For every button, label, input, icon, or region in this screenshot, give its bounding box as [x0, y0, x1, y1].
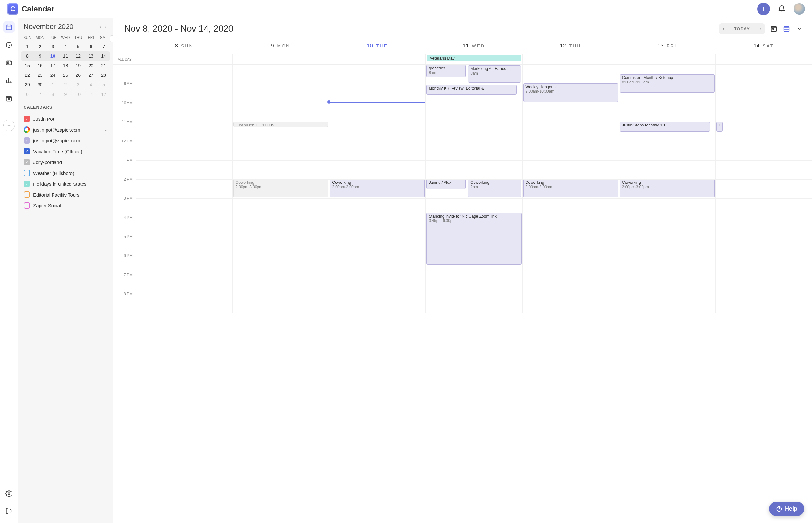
mini-day[interactable]: 14 [97, 51, 110, 61]
mini-day[interactable]: 27 [85, 70, 97, 80]
sidebar-collapse-button[interactable]: ‹ [110, 35, 113, 42]
day-header[interactable]: 11 WED [425, 38, 522, 54]
day-column[interactable] [136, 65, 232, 313]
next-week-button[interactable]: › [756, 23, 765, 34]
calendar-event[interactable]: Coworking2:00pm-3:00pm [523, 179, 618, 197]
calendar-event[interactable]: Weekly Hangouts9:00am-10:00am [523, 84, 618, 102]
create-event-button[interactable] [757, 3, 770, 15]
rail-analytics[interactable] [3, 75, 15, 86]
mini-day[interactable]: 6 [21, 90, 34, 99]
calendar-item[interactable]: ✓Vacation Time (Official) [23, 146, 107, 157]
notifications-button[interactable] [777, 4, 787, 14]
day-header[interactable]: 9 MON [232, 38, 329, 54]
mini-day[interactable]: 3 [47, 42, 59, 51]
day-header[interactable]: 12 THU [522, 38, 619, 54]
mini-day[interactable]: 18 [59, 61, 72, 70]
mini-day[interactable]: 8 [21, 51, 34, 61]
mini-day[interactable]: 28 [97, 70, 110, 80]
mini-day[interactable]: 22 [21, 70, 34, 80]
calendar-event[interactable]: Justin/Deb 1:1 11:00a [233, 122, 328, 127]
calendar-item[interactable]: ✓#city-portland [23, 157, 107, 167]
calendar-event[interactable]: groceries8am [426, 65, 465, 77]
prev-week-button[interactable]: ‹ [719, 23, 728, 34]
mini-day[interactable]: 8 [47, 90, 59, 99]
mini-day[interactable]: 7 [34, 90, 47, 99]
view-week-button[interactable] [783, 25, 790, 33]
rail-logout[interactable] [3, 505, 15, 517]
mini-day[interactable]: 1 [47, 80, 59, 90]
calendar-primary[interactable]: ✓ Justin Pot [23, 113, 107, 124]
mini-day[interactable]: 23 [34, 70, 47, 80]
rail-calendar[interactable] [3, 21, 15, 33]
mini-day[interactable]: 5 [97, 80, 110, 90]
mini-day[interactable]: 4 [85, 80, 97, 90]
mini-prev-button[interactable]: ‹ [99, 23, 102, 30]
calendar-event[interactable]: Coworking2:00pm-3:00pm [330, 179, 425, 197]
mini-day[interactable]: 4 [59, 42, 72, 51]
mini-day[interactable]: 13 [85, 51, 97, 61]
day-header[interactable]: 14 SAT [716, 38, 812, 54]
checkbox-icon[interactable]: ✓ [23, 148, 30, 155]
calendar-event[interactable]: Commstent Monthly Ketchup8:30am-9:30am [620, 74, 715, 93]
calendar-event[interactable]: Marketing All-Hands8am [468, 65, 521, 83]
checkbox-icon[interactable]: ✓ [23, 115, 30, 122]
calendar-item[interactable]: Weather (Hillsboro) [23, 167, 107, 178]
calendar-event[interactable]: Standing invite for Nic Cage Zoom link3:… [426, 213, 522, 265]
calendar-event[interactable]: Justin/Steph Monthly 1:1 [620, 122, 710, 131]
mini-day[interactable]: 26 [72, 70, 85, 80]
calendar-item[interactable]: ✓Holidays in United States [23, 178, 107, 189]
day-header[interactable]: 13 FRI [619, 38, 716, 54]
checkbox-icon[interactable] [23, 202, 30, 209]
today-button[interactable]: TODAY [728, 24, 756, 34]
checkbox-icon[interactable]: ✓ [23, 137, 30, 144]
mini-next-button[interactable]: › [105, 23, 107, 30]
mini-day[interactable]: 20 [85, 61, 97, 70]
day-column[interactable]: Justin/Deb 1:1 11:00aCoworking2:00pm-3:0… [232, 65, 329, 313]
mini-day[interactable]: 19 [72, 61, 85, 70]
mini-day[interactable]: 25 [59, 70, 72, 80]
rail-clock[interactable] [3, 39, 15, 51]
help-button[interactable]: Help [769, 502, 804, 516]
day-column[interactable]: Commstent Monthly Ketchup8:30am-9:30amJu… [619, 65, 716, 313]
mini-day[interactable]: 24 [47, 70, 59, 80]
day-header[interactable]: 8 SUN [136, 38, 232, 54]
calendar-account[interactable]: justin.pot@zapier.com ⌄ [23, 124, 107, 135]
mini-day[interactable]: 12 [97, 90, 110, 99]
calendar-event[interactable]: Janine / Alex [426, 179, 465, 189]
mini-day[interactable]: 16 [34, 61, 47, 70]
day-column[interactable]: 1 [716, 65, 812, 313]
chevron-down-icon[interactable]: ⌄ [104, 127, 107, 132]
rail-search-cal[interactable] [3, 93, 15, 104]
day-column[interactable]: Weekly Hangouts9:00am-10:00amCoworking2:… [522, 65, 619, 313]
rail-add-button[interactable] [3, 120, 15, 131]
rail-settings[interactable] [3, 488, 15, 500]
mini-day[interactable]: 9 [59, 90, 72, 99]
mini-day[interactable]: 15 [21, 61, 34, 70]
mini-day[interactable]: 1 [21, 42, 34, 51]
calendar-event[interactable]: Coworking2:00pm-3:00pm [620, 179, 715, 197]
calendar-event[interactable]: Coworking2pm [468, 179, 521, 197]
calendar-item[interactable]: Zapier Social [23, 200, 107, 211]
checkbox-icon[interactable] [23, 192, 30, 198]
mini-day[interactable]: 5 [72, 42, 85, 51]
mini-day[interactable]: 6 [85, 42, 97, 51]
checkbox-icon[interactable]: ✓ [23, 159, 30, 165]
mini-day[interactable]: 3 [72, 80, 85, 90]
mini-day[interactable]: 2 [59, 80, 72, 90]
view-dropdown-button[interactable] [795, 25, 803, 33]
user-avatar[interactable] [794, 3, 805, 15]
day-header[interactable]: 10 TUE [329, 38, 425, 54]
mini-day[interactable]: 29 [21, 80, 34, 90]
mini-day[interactable]: 11 [85, 90, 97, 99]
mini-day[interactable]: 12 [72, 51, 85, 61]
rail-contacts[interactable] [3, 57, 15, 69]
mini-day[interactable]: 17 [47, 61, 59, 70]
calendar-event[interactable]: Coworking2:00pm-3:00pm [233, 179, 328, 197]
calendar-event[interactable]: 1 [717, 122, 723, 131]
mini-day[interactable]: 30 [34, 80, 47, 90]
mini-day[interactable]: 11 [59, 51, 72, 61]
mini-day[interactable]: 10 [72, 90, 85, 99]
allday-event[interactable]: Veterans Day [427, 55, 521, 61]
view-month-button[interactable] [770, 25, 778, 33]
calendar-item[interactable]: ✓justin.pot@zapier.com [23, 135, 107, 146]
